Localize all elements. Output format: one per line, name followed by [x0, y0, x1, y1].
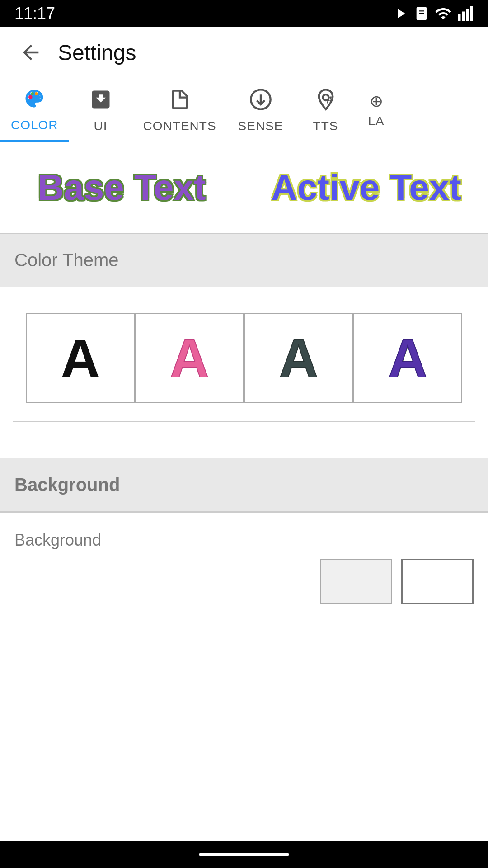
tab-color[interactable]: COLOR: [0, 78, 69, 142]
wifi-icon: [435, 5, 452, 22]
status-time: 11:17: [14, 4, 55, 23]
tab-sense[interactable]: SENSE: [227, 78, 294, 142]
location-sound-icon: [314, 88, 338, 111]
nav-bar: [0, 841, 488, 868]
svg-rect-4: [462, 12, 465, 21]
theme-option-black[interactable]: A: [26, 313, 135, 403]
svg-point-8: [31, 92, 34, 95]
tab-contents-label: CONTENTS: [143, 119, 216, 133]
tab-la-label: LA: [368, 114, 385, 128]
active-text-preview: Active Text: [271, 167, 461, 208]
svg-rect-5: [466, 9, 469, 21]
spacer: [0, 422, 488, 458]
preview-base[interactable]: Base Text: [0, 142, 244, 233]
theme-letter-purple: A: [388, 327, 427, 389]
ui-tab-icon: [89, 88, 113, 114]
svg-point-9: [35, 92, 38, 95]
document-icon: [168, 88, 192, 111]
background-row: Background: [0, 513, 488, 604]
svg-rect-6: [470, 6, 473, 21]
tab-ui-label: UI: [94, 119, 108, 133]
la-tab-icon: ⊕: [370, 93, 383, 109]
play-icon: [392, 5, 408, 22]
color-theme-section-header: Color Theme: [0, 234, 488, 287]
background-swatch-2[interactable]: [401, 559, 474, 604]
status-icons: [392, 5, 474, 22]
page-title: Settings: [58, 40, 136, 65]
back-arrow-icon: [19, 41, 42, 64]
tab-ui[interactable]: UI: [69, 78, 132, 142]
signal-icon: [457, 5, 474, 22]
theme-letter-dark: A: [279, 327, 318, 389]
tab-sense-label: SENSE: [238, 119, 283, 133]
back-button[interactable]: [14, 36, 47, 69]
tab-contents[interactable]: CONTENTS: [132, 78, 227, 142]
background-section-label: Background: [14, 475, 120, 495]
svg-rect-3: [458, 14, 461, 21]
color-tab-icon: [23, 87, 46, 113]
theme-letter-black: A: [61, 327, 100, 389]
contents-tab-icon: [168, 88, 192, 114]
theme-letter-pink: A: [170, 327, 209, 389]
base-text-preview: Base Text: [38, 167, 206, 208]
download-box-icon: [89, 88, 113, 111]
color-theme-label: Color Theme: [14, 250, 118, 270]
palette-icon: [23, 87, 46, 110]
tab-la[interactable]: ⊕ LA: [357, 78, 395, 142]
theme-option-purple[interactable]: A: [353, 313, 463, 403]
tab-bar: COLOR UI CONTENTS SENSE: [0, 78, 488, 142]
nav-indicator: [199, 853, 289, 856]
tts-tab-icon: [314, 88, 338, 114]
download-circle-icon: [249, 88, 272, 111]
background-swatch-1[interactable]: [320, 559, 392, 604]
tab-tts-label: TTS: [313, 119, 338, 133]
sense-tab-icon: [249, 88, 272, 114]
tab-tts[interactable]: TTS: [294, 78, 357, 142]
status-bar: 11:17: [0, 0, 488, 27]
sim-icon: [414, 6, 429, 21]
svg-point-10: [38, 96, 41, 99]
tab-color-label: COLOR: [11, 118, 58, 132]
background-swatches: [14, 559, 474, 604]
preview-active[interactable]: Active Text: [244, 142, 488, 233]
toolbar: Settings: [0, 27, 488, 78]
background-section-header: Background: [0, 458, 488, 512]
color-theme-grid: A A A A: [13, 300, 475, 422]
preview-section: Base Text Active Text: [0, 142, 488, 234]
theme-option-pink[interactable]: A: [135, 313, 244, 403]
svg-point-7: [28, 95, 33, 99]
background-row-label: Background: [14, 531, 101, 549]
theme-option-dark[interactable]: A: [244, 313, 353, 403]
